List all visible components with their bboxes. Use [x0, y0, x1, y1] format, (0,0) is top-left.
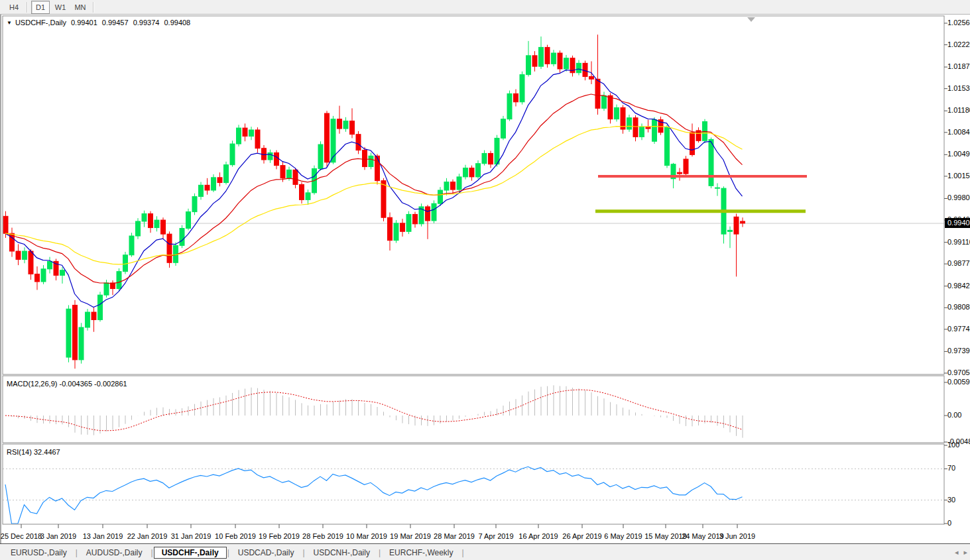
rsi-axis-label: 30: [947, 496, 955, 504]
macd-axis-label: 0.005999: [947, 378, 970, 386]
tab-separator: |: [461, 548, 465, 557]
symbol-tab-eurusd-daily[interactable]: EURUSD-,Daily: [3, 547, 75, 559]
price-axis-label: 1.00490: [947, 150, 970, 158]
current-price-tag: 0.99408: [945, 218, 970, 228]
symbol-tab-bar: EURUSD-,Daily|AUDUSD-,Daily|USDCHF-,Dail…: [0, 545, 970, 560]
chart-symbol-label: USDCHF-,Daily: [15, 19, 66, 27]
symbol-tab-usdcnh-daily[interactable]: USDCNH-,Daily: [306, 547, 378, 559]
date-axis-label: 16 Apr 2019: [518, 532, 558, 540]
date-axis-label: 10 Mar 2019: [346, 532, 387, 540]
price-axis-label: 0.99110: [947, 238, 970, 246]
tab-scroll-buttons: ◂ ▸: [955, 548, 967, 557]
date-axis-label: 13 Jan 2019: [83, 532, 123, 540]
symbol-tab-usdcad-daily[interactable]: USDCAD-,Daily: [230, 547, 302, 559]
date-axis-label: 7 Apr 2019: [478, 532, 513, 540]
ohlc-open: 0.99401: [71, 19, 97, 27]
macd-axis-label: 0.00: [947, 411, 961, 419]
date-axis-label: 3 Jan 2019: [40, 532, 76, 540]
date-axis-label: 25 Dec 2018: [1, 532, 42, 540]
price-axis-label: 1.00840: [947, 128, 970, 136]
date-axis-label: 24 May 2019: [682, 532, 724, 540]
ohlc-close: 0.99408: [164, 19, 190, 27]
rsi-value: 32.4467: [34, 448, 60, 456]
date-axis-label: 3 Jun 2019: [719, 532, 755, 540]
price-axis-label: 1.02560: [947, 19, 970, 27]
price-axis-label: 0.98420: [947, 282, 970, 290]
chart-title: ▼USDCHF-,Daily 0.99401 0.99457 0.99374 0…: [7, 19, 193, 27]
price-axis-label: 0.97740: [947, 325, 970, 333]
price-axis-label: 1.01530: [947, 84, 970, 92]
date-axis-label: 15 May 2019: [644, 532, 687, 540]
terminal-window: H4D1W1MN ▼USDCHF-,Daily 0.99401 0.99457 …: [0, 0, 970, 560]
chart-canvas[interactable]: [0, 0, 970, 560]
macd-main-value: -0.004365: [59, 380, 92, 388]
rsi-axis-label: 0: [947, 519, 951, 527]
ohlc-low: 0.99374: [133, 19, 160, 27]
tab-scroll-right-icon[interactable]: ▸: [963, 548, 967, 557]
price-axis-label: 1.00150: [947, 172, 970, 180]
rsi-indicator-label: RSI(14) 32.4467: [7, 448, 60, 456]
date-axis-label: 26 Apr 2019: [562, 532, 601, 540]
date-axis-label: 19 Mar 2019: [390, 532, 431, 540]
symbol-tab-audusd-daily[interactable]: AUDUSD-,Daily: [78, 547, 151, 559]
macd-name: MACD(12,26,9): [7, 380, 57, 388]
date-axis-label: 10 Feb 2019: [215, 532, 256, 540]
chart-collapse-icon[interactable]: ▼: [7, 20, 12, 26]
price-axis-label: 0.97050: [947, 368, 970, 376]
date-axis-label: 6 May 2019: [604, 532, 642, 540]
date-axis-label: 28 Feb 2019: [302, 532, 343, 540]
date-axis-label: 19 Feb 2019: [259, 532, 300, 540]
tab-scroll-left-icon[interactable]: ◂: [955, 548, 959, 557]
macd-indicator-label: MACD(12,26,9) -0.004365 -0.002861: [7, 380, 127, 388]
symbol-tab-eurchf-weekly[interactable]: EURCHF-,Weekly: [381, 547, 461, 559]
date-axis-label: 22 Jan 2019: [127, 532, 168, 540]
rsi-axis-label: 100: [947, 441, 959, 449]
symbol-tab-usdchf-daily[interactable]: USDCHF-,Daily: [154, 547, 227, 559]
price-axis-label: 0.98770: [947, 259, 970, 267]
price-axis-label: 1.01180: [947, 106, 970, 114]
chart-shift-marker-icon[interactable]: [747, 17, 755, 22]
ohlc-high: 0.99457: [102, 19, 129, 27]
macd-signal-value: -0.002861: [94, 380, 127, 388]
price-axis-label: 0.99800: [947, 194, 970, 201]
date-axis-label: 28 Mar 2019: [434, 532, 475, 540]
price-axis-label: 0.97390: [947, 347, 970, 355]
rsi-name: RSI(14): [7, 448, 32, 456]
price-axis-label: 1.01870: [947, 62, 970, 70]
price-axis-label: 0.98080: [947, 303, 970, 311]
price-axis-label: 1.02220: [947, 40, 970, 48]
rsi-axis-label: 70: [947, 464, 955, 472]
date-axis-label: 31 Jan 2019: [171, 532, 212, 540]
